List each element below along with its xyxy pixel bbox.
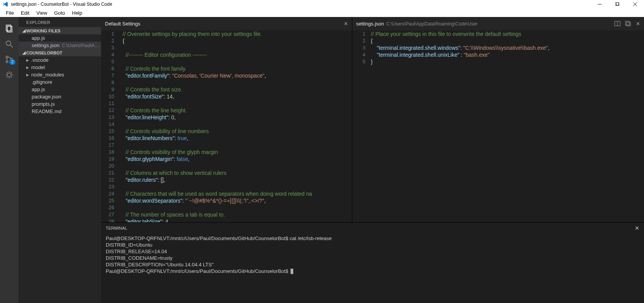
close-icon[interactable]: ✕	[636, 21, 640, 27]
svg-rect-1	[615, 2, 619, 5]
debug-icon[interactable]	[0, 67, 19, 83]
svg-rect-24	[627, 22, 630, 26]
editor-tabbar-left: Default Settings ✕	[101, 17, 352, 30]
menubar: File Edit View Goto Help	[0, 8, 644, 17]
svg-line-19	[11, 72, 12, 73]
svg-point-9	[6, 56, 8, 58]
file-readme-md[interactable]: README.md	[19, 108, 101, 115]
editor-tab-path: C:\Users\Paul\AppData\Roaming\Code\User	[386, 21, 477, 27]
svg-line-8	[10, 45, 13, 47]
svg-line-18	[11, 76, 12, 78]
svg-point-7	[6, 41, 11, 46]
folder-vscode[interactable]: ▶.vscode	[19, 56, 101, 64]
file-gitignore[interactable]: .gitignore	[19, 78, 101, 86]
svg-line-20	[7, 76, 8, 78]
file-prompts-js[interactable]: prompts.js	[19, 100, 101, 108]
file-app-js[interactable]: app.js	[19, 86, 101, 93]
titlebar: settings.json - CounselorBot - Visual St…	[0, 0, 644, 8]
svg-line-17	[7, 72, 8, 73]
terminal-panel: TERMINAL ✕ Paul@DESKTOP-QRFNLVT:/mnt/c/U…	[101, 222, 644, 303]
editor-default-settings: Default Settings ✕ 1 // Overwrite settin…	[101, 17, 352, 222]
terminal-title[interactable]: TERMINAL	[106, 226, 127, 230]
git-icon[interactable]: 2	[0, 52, 19, 67]
editor-tabbar-right: settings.jsonC:\Users\Paul\AppData\Roami…	[352, 17, 644, 30]
svg-rect-23	[625, 21, 629, 25]
menu-view[interactable]: View	[33, 9, 51, 17]
minimize-button[interactable]	[591, 0, 609, 8]
menu-edit[interactable]: Edit	[17, 9, 33, 17]
svg-point-12	[7, 73, 11, 77]
svg-point-10	[6, 61, 8, 63]
more-icon[interactable]	[625, 21, 631, 27]
editor-user-settings: settings.jsonC:\Users\Paul\AppData\Roami…	[352, 17, 644, 222]
folder-model[interactable]: ▶model	[19, 64, 101, 71]
close-icon[interactable]: ✕	[344, 21, 348, 27]
explorer-icon[interactable]	[0, 21, 19, 36]
search-icon[interactable]	[0, 36, 19, 52]
close-button[interactable]	[626, 0, 644, 8]
vscode-icon	[2, 1, 8, 7]
sidebar-title: EXPLORER	[19, 17, 101, 27]
code-area-right[interactable]: 1// Place your settings in this file to …	[352, 30, 644, 222]
terminal-body[interactable]: Paul@DESKTOP-QRFNLVT:/mnt/c/Users/Paul/D…	[101, 234, 644, 303]
file-package-json[interactable]: package.json	[19, 93, 101, 100]
split-editor-icon[interactable]	[614, 21, 620, 27]
working-file[interactable]: app.js	[19, 34, 101, 42]
window-title: settings.json - CounselorBot - Visual St…	[11, 2, 591, 7]
svg-rect-2	[616, 2, 619, 5]
maximize-button[interactable]	[609, 0, 626, 8]
close-icon[interactable]: ✕	[635, 225, 639, 231]
git-badge: 2	[9, 59, 15, 65]
editor-tab-title[interactable]: Default Settings	[105, 21, 140, 27]
menu-help[interactable]: Help	[69, 9, 86, 17]
menu-file[interactable]: File	[2, 9, 17, 17]
editor-tab-title[interactable]: settings.json	[356, 21, 384, 27]
code-area-left[interactable]: 1 // Overwrite settings by placing them …	[101, 30, 352, 222]
sidebar: EXPLORER ◢WORKING FILES app.js settings.…	[19, 17, 101, 303]
menu-goto[interactable]: Goto	[51, 9, 68, 17]
project-header[interactable]: ◢COUNSELORBOT	[19, 49, 101, 56]
activitybar: 2	[0, 17, 19, 303]
working-file[interactable]: settings.jsonC:\Users\Paul\AppDat...	[19, 42, 101, 49]
working-files-header[interactable]: ◢WORKING FILES	[19, 27, 101, 34]
folder-node-modules[interactable]: ▶node_modules	[19, 71, 101, 78]
